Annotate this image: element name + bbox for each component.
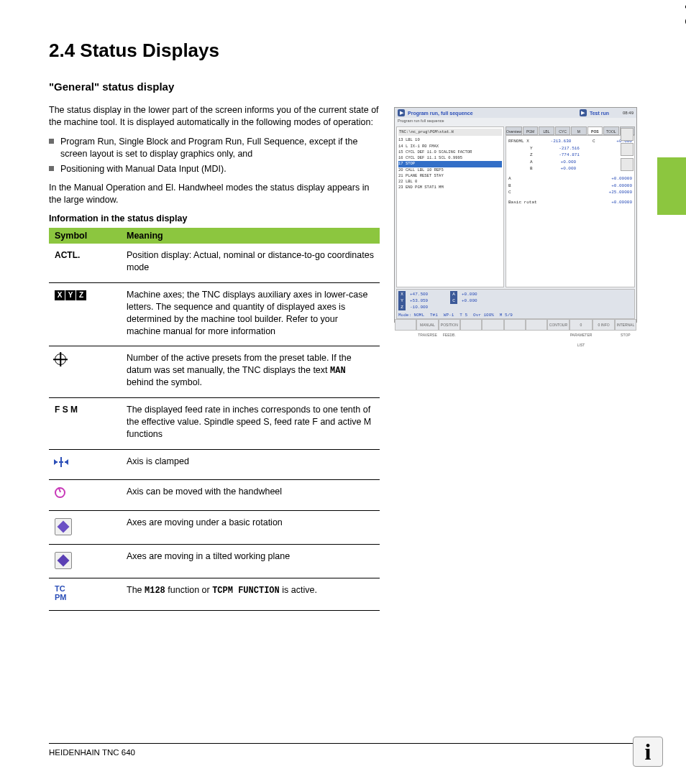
symbol-clamp-icon bbox=[55, 457, 68, 467]
symbol-handwheel-icon bbox=[55, 487, 65, 498]
softkey[interactable]: MANUAL TRAVERSE bbox=[416, 319, 438, 331]
sidebar-button[interactable] bbox=[621, 128, 634, 141]
softkey[interactable]: 0 PARAMETER LIST bbox=[570, 319, 593, 331]
program-path: TNC:\nc_prog\PGM\stat.H bbox=[398, 129, 502, 136]
symbol-tcpm: TCPM bbox=[55, 584, 115, 601]
tnc-screenshot: ▶ Program run, full sequence ▶ Test run … bbox=[394, 107, 637, 323]
meaning-cell: The displayed feed rate in inches corres… bbox=[121, 398, 380, 450]
table-caption: Information in the status display bbox=[49, 213, 380, 223]
softkey[interactable] bbox=[460, 319, 482, 331]
tab[interactable]: CYC bbox=[555, 126, 570, 135]
symbol-fsm: F S M bbox=[55, 405, 78, 415]
table-row: Axes are moving under a basic rotation bbox=[49, 510, 380, 544]
tab[interactable]: LBL bbox=[539, 126, 554, 135]
symbol-preset-icon bbox=[55, 354, 66, 365]
symbol-actl: ACTL. bbox=[55, 250, 80, 260]
symbol-basic-rotation-icon bbox=[55, 518, 72, 535]
page-footer: HEIDENHAIN TNC 640 65 bbox=[49, 743, 657, 757]
mode-subtitle: Program run full sequence bbox=[395, 118, 636, 125]
program-listing: TNC:\nc_prog\PGM\stat.H 13 LBL 10 14 L I… bbox=[396, 126, 504, 287]
table-row: Axis is clamped bbox=[49, 449, 380, 479]
table-row: ACTL. Position display: Actual, nominal … bbox=[49, 244, 380, 282]
meaning-cell: Axes are moving under a basic rotation bbox=[121, 510, 380, 544]
softkey-row: MANUAL TRAVERSE POSITION FEEDB. CONTOUR … bbox=[395, 319, 636, 331]
mode-list: Program Run, Single Block and Program Ru… bbox=[49, 136, 380, 175]
meaning-cell: Machine axes; the TNC displays auxiliary… bbox=[121, 282, 380, 346]
mode-title-1: Program run, full sequence bbox=[408, 111, 473, 116]
tab[interactable]: PGM bbox=[523, 126, 538, 135]
chapter-side-tab-text: 2.4 Status Displays bbox=[682, 0, 686, 26]
clock: 08:49 bbox=[612, 111, 634, 115]
meaning-cell: The M128 function or TCPM FUNCTION is ac… bbox=[121, 578, 380, 610]
symbol-xyz: XYZ bbox=[55, 290, 87, 300]
after-bullets-paragraph: In the Manual Operation and El. Handwhee… bbox=[49, 182, 380, 206]
subsection-title: "General" status display bbox=[49, 80, 657, 93]
tab[interactable]: Overview bbox=[506, 126, 522, 135]
left-column: The status display in the lower part of … bbox=[49, 104, 380, 611]
softkey[interactable] bbox=[526, 319, 547, 331]
list-item: Positioning with Manual Data Input (MDI)… bbox=[49, 163, 380, 175]
chapter-side-tab bbox=[657, 24, 686, 215]
table-row: Axis can be moved with the handwheel bbox=[49, 479, 380, 510]
meaning-cell: Axis is clamped bbox=[121, 449, 380, 479]
table-header-meaning: Meaning bbox=[121, 228, 380, 244]
softkey[interactable] bbox=[482, 319, 503, 331]
softkey[interactable] bbox=[395, 319, 416, 331]
table-row: F S M The displayed feed rate in inches … bbox=[49, 398, 380, 450]
tab[interactable]: TOOL bbox=[603, 126, 618, 135]
section-title: 2.4 Status Displays bbox=[49, 40, 657, 62]
list-item: Program Run, Single Block and Program Ru… bbox=[49, 136, 380, 160]
table-row: Axes are moving in a tilted working plan… bbox=[49, 544, 380, 578]
meaning-cell: Position display: Actual, nominal or dis… bbox=[121, 244, 380, 282]
meaning-cell: Axes are moving in a tilted working plan… bbox=[121, 544, 380, 578]
meaning-cell: Number of the active presets from the pr… bbox=[121, 346, 380, 398]
mode-icon: ▶ bbox=[580, 109, 587, 116]
table-row: TCPM The M128 function or TCPM FUNCTION … bbox=[49, 578, 380, 610]
sidebar-button[interactable] bbox=[621, 158, 634, 171]
table-header-symbol: Symbol bbox=[49, 228, 121, 244]
meaning-cell: Axis can be moved with the handwheel bbox=[121, 479, 380, 510]
status-tabs: Overview PGM LBL CYC M POS TOOL TT bbox=[506, 126, 635, 135]
status-symbol-table: Symbol Meaning ACTL. Position display: A… bbox=[49, 228, 380, 611]
right-column: ▶ Program run, full sequence ▶ Test run … bbox=[394, 104, 639, 611]
intro-paragraph: The status display in the lower part of … bbox=[49, 104, 380, 129]
table-row: Number of the active presets from the pr… bbox=[49, 346, 380, 398]
footer-product: HEIDENHAIN TNC 640 bbox=[49, 748, 135, 757]
softkey[interactable]: INTERNAL STOP bbox=[615, 319, 636, 331]
softkey[interactable]: 0 INFO bbox=[593, 319, 614, 331]
highlighted-line: 17 STOP bbox=[398, 161, 502, 167]
tab[interactable]: M bbox=[571, 126, 586, 135]
mode-icon: ▶ bbox=[398, 109, 405, 116]
position-panel: RFNOML X-213.630C+0.000 Y-217.516 Z-774.… bbox=[506, 135, 635, 287]
mode-title-2: Test run bbox=[590, 111, 609, 116]
softkey[interactable]: POSITION FEEDB. bbox=[439, 319, 460, 331]
tab-active[interactable]: POS bbox=[587, 126, 603, 135]
status-footer-panel: X+47.500A+0.000 Y+53.059C+0.000 Z-10.000… bbox=[396, 289, 635, 319]
right-button-bar bbox=[621, 128, 635, 171]
sidebar-button[interactable] bbox=[621, 143, 634, 156]
table-row: XYZ Machine axes; the TNC displays auxil… bbox=[49, 282, 380, 346]
info-badge-icon: i bbox=[633, 737, 663, 767]
symbol-tilted-plane-icon bbox=[55, 552, 72, 569]
softkey[interactable] bbox=[504, 319, 526, 331]
softkey[interactable]: CONTOUR bbox=[547, 319, 569, 331]
